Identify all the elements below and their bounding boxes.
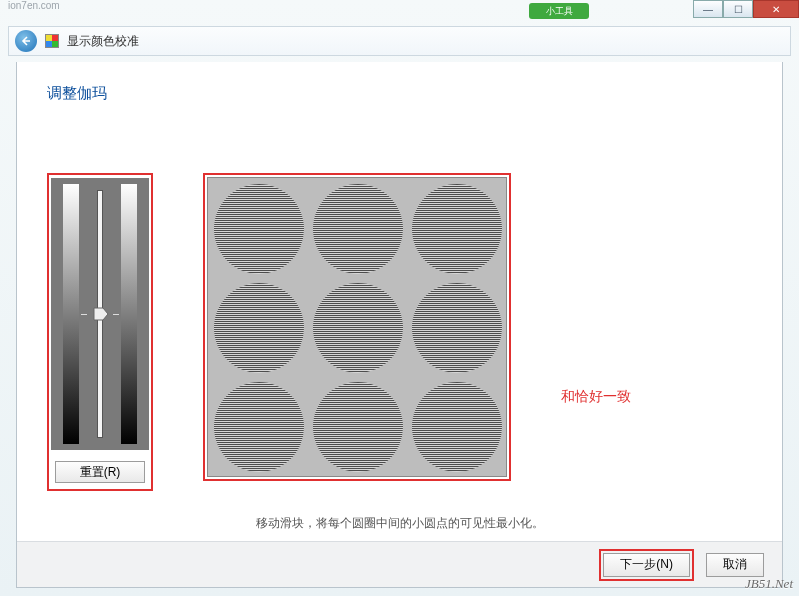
watermark: JB51.Net (745, 576, 793, 592)
window-controls: — ☐ ✕ (693, 0, 799, 18)
next-button-highlight: 下一步(N) (599, 549, 694, 581)
back-button[interactable] (15, 30, 37, 52)
annotation-text: 和恰好一致 (561, 388, 631, 406)
maximize-button[interactable]: ☐ (723, 0, 753, 18)
gamma-dot (313, 184, 403, 274)
gamma-dot (412, 283, 502, 373)
wizard-header: 显示颜色校准 (8, 26, 791, 56)
tick-right (113, 314, 119, 315)
wizard-panel: 调整伽玛 重置(R) (16, 62, 783, 588)
gamma-pattern-highlight (203, 173, 511, 481)
gamma-slider-track[interactable] (97, 190, 103, 438)
instruction-text: 移动滑块，将每个圆圈中间的小圆点的可见性最小化。 (47, 515, 752, 532)
gradient-bar-right (121, 184, 137, 444)
wizard-title: 显示颜色校准 (67, 33, 139, 50)
minimize-button[interactable]: — (693, 0, 723, 18)
gradient-bar-left (63, 184, 79, 444)
gamma-dot (313, 283, 403, 373)
app-icon (45, 34, 59, 48)
gamma-slider-group: 重置(R) (47, 173, 153, 491)
close-button[interactable]: ✕ (753, 0, 799, 18)
wizard-footer: 下一步(N) 取消 (17, 541, 782, 587)
gamma-slider-thumb[interactable] (93, 307, 109, 321)
back-arrow-icon (21, 36, 31, 46)
gamma-dot (214, 382, 304, 472)
gamma-pattern (207, 177, 507, 477)
tick-left (81, 314, 87, 315)
browser-green-pill[interactable]: 小工具 (529, 3, 589, 19)
gamma-dot (214, 184, 304, 274)
gamma-dot (214, 283, 304, 373)
gamma-dot (313, 382, 403, 472)
gamma-dot (412, 382, 502, 472)
reset-button[interactable]: 重置(R) (55, 461, 145, 483)
browser-url: ion7en.com (8, 0, 60, 11)
gamma-slider-box (51, 178, 149, 450)
cancel-button[interactable]: 取消 (706, 553, 764, 577)
gamma-dot (412, 184, 502, 274)
next-button[interactable]: 下一步(N) (603, 553, 690, 577)
page-heading: 调整伽玛 (47, 84, 752, 103)
